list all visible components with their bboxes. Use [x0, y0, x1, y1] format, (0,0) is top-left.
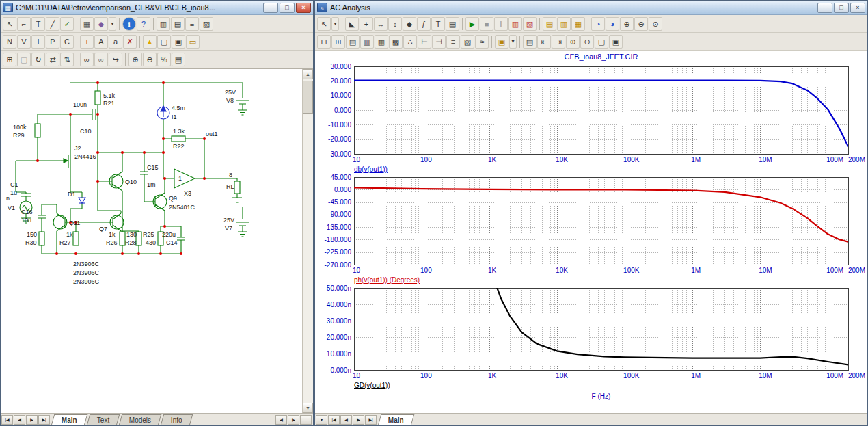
cursor-left-icon[interactable]: ⇤	[537, 35, 551, 49]
resistor-R26[interactable]	[120, 232, 125, 245]
resistor-R30[interactable]	[39, 232, 44, 245]
resistor-R22[interactable]	[172, 136, 185, 142]
tab-first-button[interactable]: |◀	[1, 415, 13, 425]
resistor-R29[interactable]	[35, 124, 40, 137]
tab-text[interactable]: Text	[86, 414, 120, 425]
tab-next-button[interactable]: ▶	[26, 415, 38, 425]
maximize-button[interactable]: □	[834, 3, 849, 13]
cursor-right-icon[interactable]: ⇥	[552, 35, 565, 49]
properties-icon[interactable]: ⊙	[649, 17, 662, 31]
close-button[interactable]: ×	[850, 3, 865, 13]
select-tool[interactable]: ↖	[317, 17, 331, 31]
schematic-canvas[interactable]: 100kR29100nC105.1kR214.5mI125VV81.3kR22o…	[1, 68, 313, 413]
wire-mode-icon[interactable]: ⌐	[17, 17, 31, 31]
tab-first-button[interactable]: |◀	[328, 415, 340, 425]
close-button[interactable]: ×	[296, 3, 311, 13]
log-scale-icon[interactable]: ▥	[360, 35, 374, 49]
x-axis-settings-icon[interactable]: ⊟	[317, 35, 331, 49]
stop-icon[interactable]: ■	[480, 17, 493, 31]
maximize-button[interactable]: □	[280, 3, 295, 13]
chart-ph(v(out1)) (Degrees)[interactable]: 45.0000.000-45.000-90.000-135.000-180.00…	[315, 174, 865, 285]
attribute-text-icon[interactable]: a	[109, 35, 122, 49]
define-mode-icon[interactable]: ✓	[60, 17, 74, 31]
find-repeat-icon[interactable]: ∞	[94, 53, 108, 66]
zoom-in-icon[interactable]: ⊕	[128, 53, 142, 66]
clipboard-icon[interactable]: ▣	[495, 35, 508, 49]
select-dropdown[interactable]: ▾	[331, 17, 339, 31]
layers-icon[interactable]: ▧	[200, 17, 213, 31]
scrollbar-thumb[interactable]	[303, 81, 313, 114]
plot-panel[interactable]: CFB_юан8_JFET.CIR 30.00020.00010.0000.00…	[315, 51, 867, 413]
warning-icon[interactable]: ▲	[143, 35, 157, 49]
hscroll-right-button[interactable]: ▶	[288, 415, 299, 425]
cross-hair-icon[interactable]: ✗	[123, 35, 137, 49]
text-mode-icon[interactable]: T	[31, 17, 45, 31]
resize-grip[interactable]	[300, 415, 312, 425]
state-variables-icon[interactable]: ▥	[557, 17, 571, 31]
titlebar[interactable]: ≈ AC Analysis — □ ×	[315, 1, 867, 15]
grid-settings-icon[interactable]: ▦	[375, 35, 388, 49]
find-icon[interactable]: ∞	[80, 53, 94, 66]
node-numbers-icon[interactable]: N	[3, 35, 16, 49]
rotate-icon[interactable]: ↻	[31, 53, 45, 66]
tab-prev-button[interactable]: ◀	[14, 415, 25, 425]
horizontal-tag-icon[interactable]: ↔	[374, 17, 388, 31]
zoom-in-icon[interactable]: ⊕	[620, 17, 634, 31]
grid-icon[interactable]: ⊞	[3, 53, 16, 66]
scroll-up-button[interactable]: ▲	[303, 69, 313, 79]
shape-picker-icon[interactable]: ◆	[94, 17, 108, 31]
tracker-icon[interactable]: ⊣	[432, 35, 446, 49]
models-list-icon[interactable]: ≡	[185, 17, 199, 31]
tab-models[interactable]: Models	[119, 414, 162, 425]
zoom-percent-icon[interactable]: %	[157, 53, 171, 66]
tab-info[interactable]: Info	[161, 414, 193, 425]
resistor-R28[interactable]	[136, 232, 141, 245]
stacked-plots-icon[interactable]: ≡	[446, 35, 460, 49]
border-icon[interactable]: ▢	[157, 35, 171, 49]
minor-grid-icon[interactable]: ▩	[389, 35, 403, 49]
fft-icon[interactable]: ≈	[475, 35, 489, 49]
watch-icon[interactable]: ▦	[571, 17, 585, 31]
folder-icon[interactable]: ▭	[186, 35, 200, 49]
diode-D1[interactable]	[79, 198, 85, 203]
blank-icon[interactable]: ▢	[17, 53, 31, 66]
page-icon[interactable]: ▤	[523, 35, 537, 49]
tab-main[interactable]: Main	[51, 414, 87, 425]
numeric-output-icon[interactable]: ▤	[543, 17, 556, 31]
minimize-button[interactable]: —	[817, 3, 832, 13]
pause-icon[interactable]: ‖	[494, 17, 508, 31]
tab-last-button[interactable]: ▶|	[365, 415, 377, 425]
node-voltages-icon[interactable]: V	[17, 35, 31, 49]
window-tile-icon[interactable]: ▥	[157, 17, 170, 31]
accumulate-icon[interactable]: ▨	[523, 17, 537, 31]
minimize-button[interactable]: —	[263, 3, 278, 13]
vertical-tag-icon[interactable]: ↕	[388, 17, 402, 31]
zoom-in-icon[interactable]: ⊕	[566, 35, 580, 49]
waveform-label[interactable]: GD(v(out1))	[354, 382, 390, 389]
select-tool[interactable]: ↖	[3, 17, 16, 31]
ruler-icon[interactable]: ⊢	[418, 35, 431, 49]
y-axis-settings-icon[interactable]: ⊞	[331, 35, 345, 49]
zoom-out-icon[interactable]: ⊖	[143, 53, 157, 66]
linear-scale-icon[interactable]: ▤	[346, 35, 360, 49]
currents-icon[interactable]: I	[31, 35, 45, 49]
performance-tag-icon[interactable]: ƒ	[417, 17, 431, 31]
chart-GD(v(out1))[interactable]: 50.000n40.000n30.000n20.000n10.000n0.000…	[315, 285, 865, 401]
zoom-out-icon[interactable]: ⊖	[634, 17, 648, 31]
tab-last-button[interactable]: ▶|	[38, 415, 50, 425]
chart-db(v(out1))[interactable]: 30.00020.00010.0000.000-10.000-20.000-30…	[315, 64, 865, 174]
zoom-window-icon[interactable]: ◣	[345, 17, 359, 31]
resistor-R21[interactable]	[95, 91, 100, 105]
page-setup-icon[interactable]: ▤	[172, 53, 185, 66]
waveform-label[interactable]: db(v(out1))	[354, 165, 388, 173]
overlay-plots-icon[interactable]: ▧	[461, 35, 474, 49]
resistor-R27[interactable]	[73, 232, 79, 245]
sheet-icon[interactable]: ▤	[171, 17, 185, 31]
opamp-X3[interactable]	[174, 169, 195, 188]
clipboard-dropdown[interactable]: ▾	[509, 35, 517, 49]
data-points-icon[interactable]: ∴	[403, 35, 417, 49]
run-icon[interactable]: ▶	[465, 17, 479, 31]
restore-view-icon[interactable]: ▣	[609, 35, 623, 49]
info-icon[interactable]: i	[122, 17, 136, 31]
tab-main[interactable]: Main	[378, 414, 414, 425]
